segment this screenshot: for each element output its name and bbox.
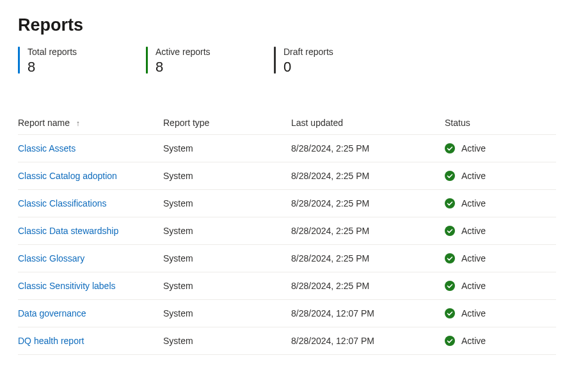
column-header-name-label: Report name — [18, 118, 70, 128]
status-text: Active — [461, 143, 486, 153]
table-row: Classic Sensitivity labelsSystem8/28/202… — [18, 272, 556, 300]
table-row: Classic Catalog adoptionSystem8/28/2024,… — [18, 162, 556, 190]
cell-updated: 8/28/2024, 2:25 PM — [291, 245, 445, 272]
sort-arrow-icon: ↑ — [76, 119, 80, 128]
svg-point-3 — [445, 226, 455, 236]
status-text: Active — [461, 171, 486, 181]
checkmark-circle-icon — [445, 281, 455, 291]
column-header-status-label: Status — [445, 118, 470, 128]
svg-point-5 — [445, 281, 455, 291]
report-link[interactable]: Classic Assets — [18, 143, 76, 153]
table-row: Classic GlossarySystem8/28/2024, 2:25 PM… — [18, 245, 556, 272]
checkmark-circle-icon — [445, 226, 455, 236]
report-link[interactable]: Data governance — [18, 308, 86, 318]
status-cell: Active — [445, 143, 551, 153]
page-title: Reports — [18, 15, 556, 35]
stat-label: Total reports — [28, 47, 77, 58]
stat-value: 8 — [28, 59, 77, 75]
stat-bar — [146, 47, 148, 74]
table-row: Classic ClassificationsSystem8/28/2024, … — [18, 190, 556, 217]
cell-updated: 8/28/2024, 2:25 PM — [291, 190, 445, 217]
table-row: Data governanceSystem8/28/2024, 12:07 PM… — [18, 300, 556, 327]
checkmark-circle-icon — [445, 336, 455, 346]
stat-bar — [274, 47, 276, 74]
stat-card: Active reports8 — [146, 47, 274, 75]
status-text: Active — [461, 253, 486, 263]
stat-content: Active reports8 — [155, 47, 211, 75]
report-link[interactable]: DQ health report — [18, 336, 84, 346]
cell-type: System — [163, 300, 291, 327]
svg-point-7 — [445, 336, 455, 346]
status-cell: Active — [445, 226, 551, 236]
status-cell: Active — [445, 336, 551, 346]
report-link[interactable]: Classic Data stewardship — [18, 226, 118, 236]
table-row: DQ health reportSystem8/28/2024, 12:07 P… — [18, 327, 556, 355]
cell-type: System — [163, 162, 291, 190]
svg-point-4 — [445, 253, 455, 263]
checkmark-circle-icon — [445, 253, 455, 263]
status-cell: Active — [445, 308, 551, 318]
checkmark-circle-icon — [445, 143, 455, 153]
report-link[interactable]: Classic Catalog adoption — [18, 171, 117, 181]
table-row: Classic Data stewardshipSystem8/28/2024,… — [18, 217, 556, 245]
status-text: Active — [461, 308, 486, 318]
stat-card: Draft reports0 — [274, 47, 402, 75]
reports-tbody: Classic AssetsSystem8/28/2024, 2:25 PMAc… — [18, 135, 556, 355]
table-row: Classic AssetsSystem8/28/2024, 2:25 PMAc… — [18, 135, 556, 162]
cell-updated: 8/28/2024, 2:25 PM — [291, 272, 445, 300]
checkmark-circle-icon — [445, 198, 455, 208]
column-header-status[interactable]: Status — [445, 111, 556, 135]
stat-bar — [18, 47, 20, 74]
cell-type: System — [163, 245, 291, 272]
reports-table: Report name ↑ Report type Last updated S… — [18, 111, 556, 355]
cell-updated: 8/28/2024, 2:25 PM — [291, 217, 445, 245]
status-text: Active — [461, 198, 486, 208]
cell-updated: 8/28/2024, 2:25 PM — [291, 135, 445, 162]
report-link[interactable]: Classic Classifications — [18, 198, 106, 208]
stats-row: Total reports8Active reports8Draft repor… — [18, 47, 556, 75]
column-header-updated-label: Last updated — [291, 118, 343, 128]
column-header-name[interactable]: Report name ↑ — [18, 111, 163, 135]
cell-updated: 8/28/2024, 2:25 PM — [291, 162, 445, 190]
status-cell: Active — [445, 198, 551, 208]
stat-content: Total reports8 — [28, 47, 77, 75]
cell-type: System — [163, 190, 291, 217]
svg-point-2 — [445, 198, 455, 208]
svg-point-0 — [445, 143, 455, 153]
cell-updated: 8/28/2024, 12:07 PM — [291, 300, 445, 327]
column-header-type-label: Report type — [163, 118, 209, 128]
status-text: Active — [461, 226, 486, 236]
report-link[interactable]: Classic Sensitivity labels — [18, 281, 116, 291]
report-link[interactable]: Classic Glossary — [18, 253, 84, 263]
svg-point-1 — [445, 171, 455, 181]
stat-content: Draft reports0 — [283, 47, 333, 75]
stat-card: Total reports8 — [18, 47, 146, 75]
svg-point-6 — [445, 308, 455, 318]
checkmark-circle-icon — [445, 171, 455, 181]
status-cell: Active — [445, 171, 551, 181]
stat-value: 8 — [155, 59, 211, 75]
column-header-type[interactable]: Report type — [163, 111, 291, 135]
cell-type: System — [163, 272, 291, 300]
stat-label: Active reports — [155, 47, 211, 58]
column-header-updated[interactable]: Last updated — [291, 111, 445, 135]
stat-label: Draft reports — [283, 47, 333, 58]
status-cell: Active — [445, 281, 551, 291]
cell-type: System — [163, 327, 291, 355]
stat-value: 0 — [283, 59, 333, 75]
status-text: Active — [461, 336, 486, 346]
cell-type: System — [163, 217, 291, 245]
status-cell: Active — [445, 253, 551, 263]
cell-updated: 8/28/2024, 12:07 PM — [291, 327, 445, 355]
cell-type: System — [163, 135, 291, 162]
checkmark-circle-icon — [445, 308, 455, 318]
status-text: Active — [461, 281, 486, 291]
